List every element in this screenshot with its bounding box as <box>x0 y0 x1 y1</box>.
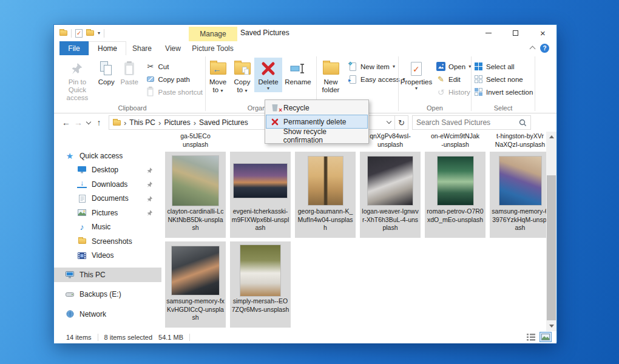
paste-button[interactable]: Paste <box>118 58 141 87</box>
delete-button[interactable]: Delete ▾ <box>254 58 282 92</box>
file-label-partial[interactable]: on-eWcim9tNJak-unsplash <box>425 132 485 149</box>
new-folder-icon[interactable] <box>86 30 94 36</box>
breadcrumb-saved-pictures[interactable]: Saved Pictures <box>199 118 248 127</box>
file-thumbnail <box>172 246 219 295</box>
sidebar-item-music[interactable]: ♪ Music <box>54 220 161 235</box>
file-tile[interactable]: samsung-memory-63976YzkHqM-unsplash <box>490 152 546 238</box>
search-box <box>412 115 531 130</box>
copy-path-button[interactable]: Copy path <box>143 73 205 86</box>
file-name: samsung-memory-fxKvHGDICcQ-unsplash <box>166 297 225 322</box>
edit-button[interactable]: ✎ Edit <box>434 73 473 86</box>
breadcrumb-this-pc[interactable]: This PC <box>129 118 155 127</box>
cut-button[interactable]: ✂ Cut <box>143 60 205 73</box>
sidebar-item-pictures[interactable]: Pictures <box>54 206 161 220</box>
scroll-up-button[interactable] <box>546 132 556 142</box>
file-label-partial[interactable]: ga-5tJECounsplash <box>165 132 226 149</box>
window-title: Saved Pictures <box>240 29 289 37</box>
triangle-down-icon <box>549 325 554 328</box>
scrollbar-thumb[interactable] <box>547 175 556 320</box>
sidebar-item-this-pc[interactable]: This PC <box>54 268 161 282</box>
file-tile[interactable]: georg-baumann-K_MufIn4w04-unsplash <box>295 152 356 238</box>
move-to-button[interactable]: ← Move to ▾ <box>206 58 230 95</box>
menu-item-show-recycle-confirmation[interactable]: Show recycle confirmation <box>266 129 368 143</box>
scroll-down-button[interactable] <box>546 321 556 331</box>
sidebar-item-screenshots[interactable]: Screenshots <box>54 234 161 249</box>
copy-to-button[interactable]: Copy to ▾ <box>230 58 254 95</box>
sidebar-item-backups[interactable]: Backups (E:) <box>54 288 161 302</box>
sidebar-item-videos[interactable]: Videos <box>54 249 161 263</box>
history-button[interactable]: ↺ History <box>434 86 473 98</box>
vertical-scrollbar[interactable] <box>546 132 556 331</box>
tab-picture-tools[interactable]: Picture Tools <box>188 41 237 55</box>
collapse-ribbon-button[interactable] <box>530 46 536 51</box>
file-name: georg-baumann-K_MufIn4w04-unsplash <box>296 207 354 232</box>
file-name: samsung-memory-63976YzkHqM-unsplash <box>491 207 546 232</box>
pin-to-quick-access-button[interactable]: Pin to Quick access <box>59 58 95 103</box>
properties-button[interactable]: Properties ▾ <box>399 58 434 92</box>
folder-icon[interactable] <box>59 30 67 36</box>
refresh-button[interactable]: ↻ <box>395 115 408 130</box>
sidebar-item-quick-access[interactable]: ★ Quick access <box>54 149 161 163</box>
move-to-icon: ← <box>210 59 226 78</box>
breadcrumb-pictures[interactable]: Pictures <box>164 118 190 127</box>
paste-icon <box>124 59 134 78</box>
address-dropdown-button[interactable] <box>387 118 391 127</box>
tab-file[interactable]: File <box>59 41 89 55</box>
qat-caret-icon[interactable]: ▾ <box>98 31 100 36</box>
select-none-button[interactable]: Select none <box>472 73 535 86</box>
file-label-partial[interactable]: qnXgPv84wsI-unsplash <box>360 132 421 149</box>
help-button[interactable]: ? <box>540 44 549 53</box>
tab-home[interactable]: Home <box>89 41 126 55</box>
sidebar-item-desktop[interactable]: Desktop <box>54 163 161 178</box>
menu-item-recycle[interactable]: × Recycle <box>266 101 368 115</box>
minimize-button[interactable] <box>475 25 502 41</box>
open-button[interactable]: Open ▾ <box>434 60 473 73</box>
details-view-button[interactable] <box>525 332 537 342</box>
invert-selection-button[interactable]: Invert selection <box>472 86 535 98</box>
pushpin-icon <box>71 59 83 78</box>
properties-icon <box>411 59 422 78</box>
ribbon-tabstrip: File Home Share View Picture Tools ? <box>54 41 556 55</box>
file-tile[interactable]: roman-petrov-O7R0xdO_mEo-unsplash <box>425 152 485 238</box>
file-list: ga-5tJECounsplash plash qnXgPv84wsI-unsp… <box>161 132 546 331</box>
delete-caret-icon: ▾ <box>267 86 269 91</box>
pictures-icon <box>77 209 87 216</box>
delete-x-icon <box>260 59 276 78</box>
sidebar-item-documents[interactable]: Documents <box>54 192 161 206</box>
minimize-icon <box>485 33 492 33</box>
back-button[interactable]: ← <box>60 118 72 127</box>
file-tile[interactable]: clayton-cardinalli-LcNKtNbB5Dk-unsplash <box>165 152 226 238</box>
select-all-button[interactable]: Select all <box>472 60 535 73</box>
file-tile[interactable]: evgeni-tcherkasski-m9FIXWpx6bl-unsplash <box>230 152 291 238</box>
file-tile[interactable]: simply-mersah--EO7ZQr6Mvs-unsplash <box>230 241 291 328</box>
ribbon-group-open: Properties ▾ Open ▾ ✎ Edit <box>399 55 471 113</box>
file-name: roman-petrov-O7R0xdO_mEo-unsplash <box>426 207 484 224</box>
file-thumbnail <box>368 157 413 205</box>
file-label-partial[interactable]: t-hingston-byXVrNaXQzI-unsplash <box>490 132 546 149</box>
tab-manage[interactable]: Manage <box>189 27 237 41</box>
forward-button[interactable]: → <box>72 118 84 127</box>
up-button[interactable]: ↑ <box>93 118 105 127</box>
new-folder-button[interactable]: New folder <box>317 58 345 95</box>
search-icon <box>519 119 527 127</box>
paste-shortcut-button[interactable]: Paste shortcut <box>143 86 205 98</box>
tab-share[interactable]: Share <box>126 41 158 55</box>
desktop-icon <box>77 166 87 174</box>
sidebar-item-network[interactable]: Network <box>54 307 161 322</box>
tab-view[interactable]: View <box>158 41 188 55</box>
chevron-down-icon <box>387 119 391 124</box>
copy-button[interactable]: Copy <box>95 58 118 87</box>
properties-check-icon[interactable] <box>75 29 83 38</box>
pin-icon <box>147 181 153 189</box>
file-tile[interactable]: samsung-memory-fxKvHGDICcQ-unsplash <box>165 241 226 328</box>
search-input[interactable] <box>416 118 519 127</box>
recent-locations-button[interactable] <box>84 118 93 127</box>
maximize-button[interactable] <box>502 25 529 41</box>
rename-button[interactable]: Rename <box>282 58 314 87</box>
sidebar-item-downloads[interactable]: ↓ Downloads <box>54 177 161 192</box>
file-tile[interactable]: logan-weaver-lgnwvr-XhT6h3BuL-4-unsplash <box>360 152 421 238</box>
thumbnail-view-button[interactable] <box>540 332 552 342</box>
close-button[interactable]: × <box>529 25 556 41</box>
red-x-icon <box>266 118 283 126</box>
divider <box>535 56 535 111</box>
